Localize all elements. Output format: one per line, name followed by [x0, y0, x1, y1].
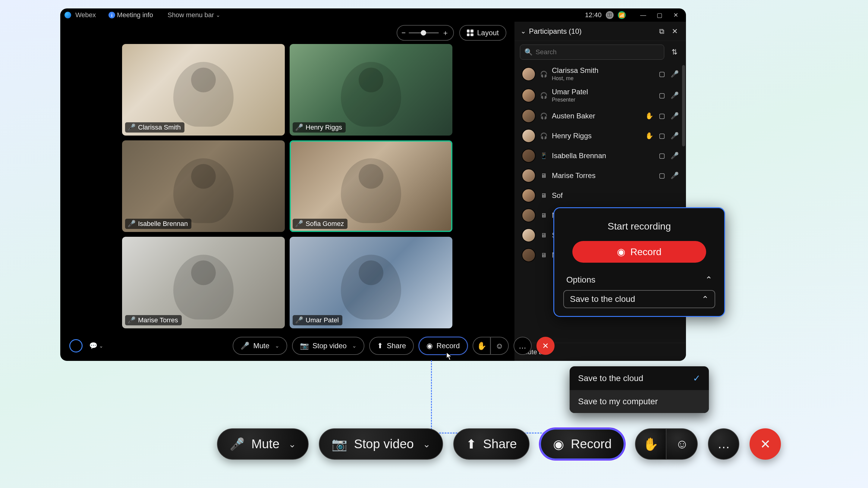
save-location-dropdown: Save to the cloud ✓ Save to my computer	[569, 366, 709, 413]
show-menu-bar-button[interactable]: Show menu bar ⌄	[167, 11, 220, 19]
share-icon: ⬆	[377, 341, 383, 350]
participant-name: Henry Riggs	[552, 132, 641, 140]
zoom-raise-hand-button[interactable]: ✋	[635, 428, 666, 460]
connection-quality-icon[interactable]: 📶	[618, 11, 626, 19]
video-tile[interactable]: 🎤 Umar Patel	[290, 237, 453, 328]
meeting-info-button[interactable]: i Meeting info	[108, 11, 153, 19]
device-phone-icon: 📱	[540, 152, 548, 159]
close-panel-icon[interactable]: ✕	[670, 26, 680, 36]
record-label: Record	[436, 341, 460, 350]
zoom-slider[interactable]	[409, 32, 439, 33]
zoom-record-button[interactable]: ◉ Record	[540, 428, 625, 460]
participant-row[interactable]: 🎧 Henry Riggs ✋▢🎤	[515, 126, 686, 146]
camera-icon: ▢	[659, 132, 665, 140]
raise-hand-button[interactable]: ✋	[472, 337, 491, 355]
zoom-stop-video-label: Stop video	[354, 437, 413, 451]
tile-name: Marise Torres	[138, 316, 178, 324]
zoom-reactions-pair: ✋ ☺	[635, 428, 698, 460]
zoom-mute-button[interactable]: 🎤 Mute ⌄	[217, 428, 309, 460]
record-icon: ◉	[553, 437, 564, 452]
more-options-button[interactable]: …	[514, 337, 532, 355]
dropdown-option-cloud[interactable]: Save to the cloud ✓	[569, 366, 709, 390]
zoom-more-options-button[interactable]: …	[708, 428, 739, 460]
stop-video-button[interactable]: 📷 Stop video ⌄	[292, 337, 364, 355]
window-minimize-button[interactable]: ―	[637, 12, 649, 19]
assistant-ring-icon[interactable]	[69, 339, 83, 352]
zoom-handle[interactable]	[421, 30, 426, 36]
zoom-control[interactable]: − ＋	[397, 25, 454, 41]
video-tile[interactable]: 🎤 Henry Riggs	[290, 44, 453, 135]
mute-label: Mute	[253, 341, 269, 350]
share-button[interactable]: ⬆ Share	[369, 337, 414, 355]
chevron-down-icon[interactable]: ⌄	[275, 343, 279, 349]
app-name: Webex	[75, 11, 96, 19]
camera-icon: ▢	[659, 112, 665, 120]
video-tile[interactable]: 🎤 Marise Torres	[122, 237, 285, 328]
zoom-stop-video-button[interactable]: 📷 Stop video ⌄	[319, 428, 443, 460]
mic-on-icon: 🎤	[671, 70, 679, 78]
device-desktop-icon: 🖥	[540, 192, 548, 199]
show-menu-label: Show menu bar	[167, 11, 214, 19]
chevron-down-icon[interactable]: ⌄	[352, 343, 356, 349]
zoom-mute-label: Mute	[251, 437, 279, 451]
chevron-down-icon: ⌄	[216, 12, 220, 19]
participant-row[interactable]: 📱 Isabella Brennan ▢🎤	[515, 146, 686, 166]
chevron-down-icon[interactable]: ⌄	[423, 439, 430, 450]
chevron-down-icon[interactable]: ⌄	[521, 27, 526, 35]
participant-name: Isabella Brennan	[552, 152, 655, 160]
participant-row[interactable]: 🎧 Austen Baker ✋▢🎤	[515, 106, 686, 126]
record-icon: ◉	[617, 246, 625, 258]
participant-row[interactable]: 🖥 Marise Torres ▢🎤	[515, 166, 686, 186]
window-close-button[interactable]: ✕	[670, 11, 682, 19]
search-icon: 🔍	[524, 48, 532, 56]
save-location-select[interactable]: Save to the cloud ⌃	[563, 290, 715, 308]
raised-hand-icon: ✋	[645, 132, 653, 140]
video-tile[interactable]: 🎤 Isabelle Brennan	[122, 140, 285, 232]
options-row[interactable]: Options ⌃	[554, 274, 724, 290]
participant-name: Sof	[552, 191, 679, 200]
record-icon: ◉	[427, 341, 433, 350]
participant-name: Austen Baker	[552, 112, 641, 120]
save-location-value: Save to the cloud	[570, 294, 635, 304]
record-start-button[interactable]: ◉ Record	[572, 241, 706, 263]
avatar	[522, 149, 535, 163]
avatar	[522, 208, 535, 222]
video-tile-active[interactable]: 🎤 Sofia Gomez	[290, 140, 453, 232]
search-input-wrapper[interactable]: 🔍	[520, 44, 664, 60]
avatar	[522, 248, 535, 262]
chat-button[interactable]: 💬 ⌄	[87, 340, 105, 352]
device-headset-icon: 🎧	[540, 92, 548, 99]
start-recording-popup: Start recording ◉ Record Options ⌃ Save …	[553, 207, 725, 317]
share-icon: ⬆	[466, 437, 476, 452]
participant-row[interactable]: 🎧 Clarissa SmithHost, me ▢🎤	[515, 63, 686, 85]
zoom-reactions-button[interactable]: ☺	[666, 428, 698, 460]
popout-icon[interactable]: ⧉	[656, 26, 667, 36]
mic-off-icon: 🎤	[127, 220, 135, 228]
reactions-pair: ✋ ☺	[472, 337, 509, 355]
participant-row[interactable]: 🖥 Sof	[515, 186, 686, 205]
end-call-button[interactable]: ✕	[536, 337, 555, 355]
security-lock-icon[interactable]: ⚿	[606, 11, 614, 19]
camera-icon: ▢	[659, 172, 665, 180]
reactions-button[interactable]: ☺	[491, 337, 509, 355]
layout-button[interactable]: Layout	[459, 25, 506, 41]
mic-on-icon: 🎤	[295, 124, 303, 131]
record-button[interactable]: ◉ Record	[418, 337, 467, 355]
scrollbar[interactable]	[682, 65, 685, 147]
zoom-in-icon[interactable]: ＋	[442, 28, 449, 38]
app-control-bar: 💬 ⌄ 🎤 Mute ⌄ 📷 Stop video ⌄ ⬆ Share ◉ Re…	[60, 335, 686, 357]
participant-row[interactable]: 🎧 Umar PatelPresenter ▢🎤	[515, 85, 686, 106]
dropdown-option-computer[interactable]: Save to my computer	[569, 390, 709, 413]
chevron-down-icon[interactable]: ⌄	[288, 439, 296, 450]
sort-button[interactable]: ⇅	[669, 46, 681, 58]
avatar	[522, 109, 535, 123]
zoom-end-call-button[interactable]: ✕	[749, 428, 781, 460]
window-maximize-button[interactable]: ▢	[653, 11, 665, 19]
mute-button[interactable]: 🎤 Mute ⌄	[233, 337, 287, 355]
meeting-info-label: Meeting info	[117, 11, 153, 19]
video-tile[interactable]: 🎤 Clarissa Smith	[122, 44, 285, 135]
mic-on-icon: 🎤	[127, 124, 135, 131]
search-input[interactable]	[535, 48, 660, 56]
zoom-out-icon[interactable]: −	[401, 29, 406, 37]
zoom-share-button[interactable]: ⬆ Share	[453, 428, 530, 460]
